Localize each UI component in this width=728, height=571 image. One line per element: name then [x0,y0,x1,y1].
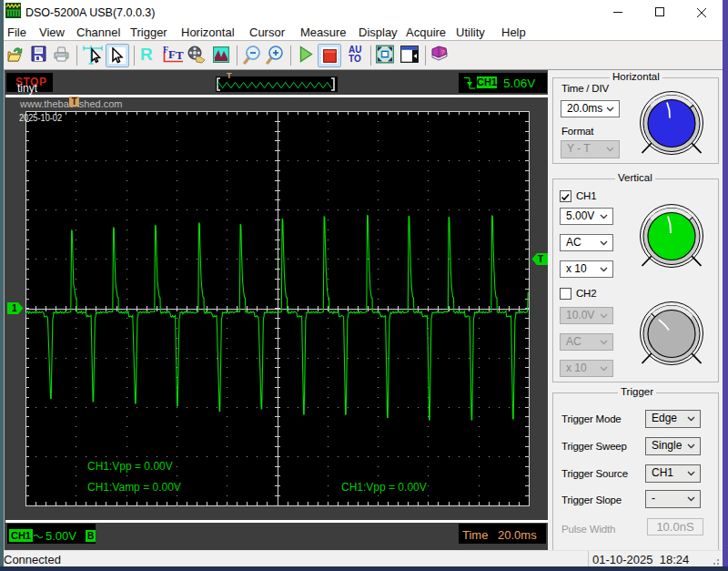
svg-text:?: ? [440,48,445,56]
svg-text:F: F [168,47,176,61]
svg-text:T: T [538,254,543,264]
svg-text:1: 1 [12,303,17,313]
svg-text:T: T [176,48,184,62]
